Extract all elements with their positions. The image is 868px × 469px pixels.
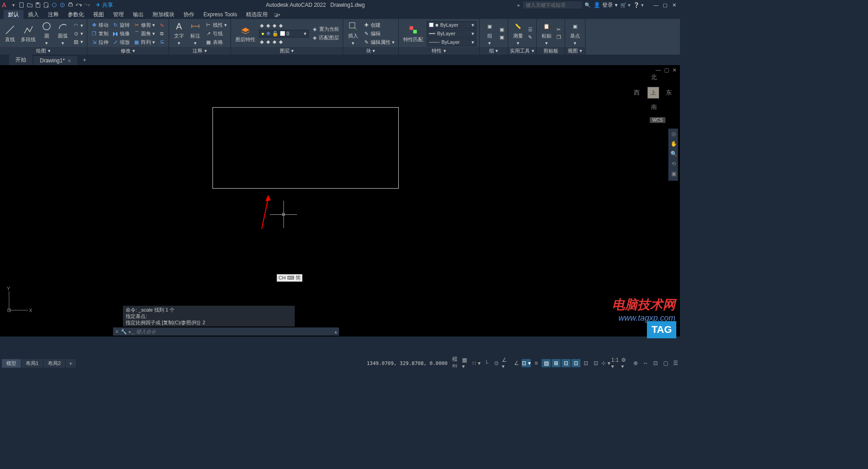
login-button[interactable]: 👤 登录 ▾ [594,1,618,9]
annotation-monitor-button[interactable]: ⊕ [631,359,640,367]
selection-cycling-button[interactable]: ⊞ [552,359,561,367]
units-button[interactable]: ↔ [641,359,650,367]
rotate-button[interactable]: ↻旋转 [111,21,131,29]
nav-showmotion-icon[interactable]: ▣ [670,171,678,179]
hardware-accel-button[interactable]: ⊡ [651,359,660,367]
panel-annotation-label[interactable]: 注释 ▾ [169,47,231,55]
panel-view-label[interactable]: 视图 ▾ [565,47,585,55]
tab-featured[interactable]: 精选应用 [241,10,272,19]
viewcube-north[interactable]: 北 [651,73,657,81]
viewcube-east[interactable]: 东 [666,89,672,97]
panel-utilities-label[interactable]: 实用工具 ▾ [508,47,536,55]
circle-button[interactable]: 圆▾ [39,20,54,47]
ortho-button[interactable]: └ [482,359,491,367]
saveas-icon[interactable] [42,1,50,9]
tab-addins[interactable]: 附加模块 [148,10,179,19]
transparency-button[interactable]: ▤ [542,359,551,367]
lineweight-button[interactable]: ≡ [532,359,541,367]
quick-props-button[interactable]: ⊡ [581,359,590,367]
layer-tool8[interactable]: ◆ [278,38,283,45]
array-button[interactable]: ▦阵列 ▾ [132,38,156,46]
panel-properties-label[interactable]: 特性 ▾ [399,47,479,55]
grid-button[interactable]: ▦ ▾ [462,359,471,367]
new-icon[interactable] [18,1,25,9]
line-button[interactable]: 直线 [3,24,17,44]
customize-button[interactable]: ☰ [671,359,680,367]
nav-wheel-icon[interactable]: ◎ [670,131,678,139]
layout2-tab[interactable]: 布局2 [43,359,66,368]
tab-collaborate[interactable]: 协作 [179,10,199,19]
stretch-button[interactable]: ⇲拉伸 [90,38,109,46]
text-button[interactable]: A文字▾ [172,20,186,47]
mirror-button[interactable]: ◗◖镜像 [111,30,131,38]
viewport-maximize-button[interactable]: ▢ [663,67,670,73]
matchlayer-button[interactable]: ◈匹配图层 [311,34,340,42]
drawing-area[interactable]: — ▢ ✕ 北 南 东 西 上 WCS ◎ ✋ 🔍 ⟲ ▣ CH ⌨ 简 Y X… [0,65,680,336]
group-button[interactable]: ▣组▾ [482,20,497,47]
command-line[interactable]: ✕ 🔧 ▸_ ▴ [113,327,339,336]
cmd-close-icon[interactable]: ✕ [115,329,119,335]
viewcube-west[interactable]: 西 [634,89,640,97]
draw-misc2-button[interactable]: ⊙▾ [72,30,84,37]
util-tool2[interactable]: ✎ [527,34,533,41]
add-layout-button[interactable]: ＋ [66,359,76,368]
model-tab[interactable]: 模型 [2,359,21,368]
help-icon[interactable]: ❔ ▾ [633,2,644,8]
annotation-scale-button[interactable]: 1:1 ▾ [611,359,620,367]
arc-button[interactable]: 圆弧▾ [56,20,70,47]
selection-filter-button[interactable]: ⊡ [591,359,600,367]
create-block-button[interactable]: ✚创建 [362,21,396,29]
layer-tool1[interactable]: ◆ [259,22,264,29]
layer-properties-button[interactable]: 图层特性 [234,24,257,44]
clean-screen-button[interactable]: ▢ [661,359,670,367]
close-button[interactable]: ✕ [670,2,678,8]
tab-default[interactable]: 默认 [4,10,24,19]
redo-icon[interactable]: ↷▾ [83,1,90,9]
search-icon[interactable]: 🔍 [585,2,591,8]
minimize-button[interactable]: — [652,2,660,8]
nav-pan-icon[interactable]: ✋ [670,141,678,149]
undo-icon[interactable]: ↶▾ [75,1,82,9]
model-space-button[interactable]: 模型 [452,359,461,367]
3dosnap-button[interactable]: ⊡ [561,359,571,367]
ribbon-collapse-icon[interactable]: ◪▾ [274,12,280,17]
isodraft-button[interactable]: ∠ ▾ [502,359,511,367]
add-tab-button[interactable]: ＋ [78,55,91,65]
qat-menu-icon[interactable]: ▾ [10,1,17,9]
layout1-tab[interactable]: 布局1 [21,359,43,368]
panel-modify-label[interactable]: 修改 ▾ [87,47,169,55]
viewport-close-button[interactable]: ✕ [671,67,678,73]
insert-block-button[interactable]: 插入▾ [346,20,360,47]
cut-button[interactable]: ✂ [556,26,562,33]
layer-tool6[interactable]: ◆ [265,38,271,45]
color-dropdown[interactable]: ■ByLayer▾ [427,21,476,29]
nav-orbit-icon[interactable]: ⟲ [670,161,678,169]
workspace-button[interactable]: ⚙ ▾ [621,359,630,367]
util-tool1[interactable]: ☰ [527,26,533,33]
paste-button[interactable]: 📋粘贴▾ [539,20,554,47]
polar-button[interactable]: ⊙ [492,359,501,367]
drawing-tab[interactable]: Drawing1*✕ [33,56,77,65]
nav-zoom-icon[interactable]: 🔍 [670,151,678,159]
search-input[interactable] [523,1,582,9]
layer-tool2[interactable]: ◆ [265,22,271,29]
measure-button[interactable]: 📏测量▾ [511,20,525,47]
tab-express[interactable]: Express Tools [199,10,241,19]
tab-annotate[interactable]: 注释 [43,10,63,19]
viewport-minimize-button[interactable]: — [655,67,662,73]
editattr-button[interactable]: ✎编辑属性 ▾ [362,38,396,46]
plot-icon[interactable] [67,1,74,9]
panel-group-label[interactable]: 组 ▾ [480,47,508,55]
osnap-button[interactable]: ⊡ ▾ [522,359,531,367]
cmd-up-icon[interactable]: ▴ [335,329,337,335]
polyline-button[interactable]: 多段线 [19,24,38,44]
viewcube-top[interactable]: 上 [647,87,659,99]
maximize-button[interactable]: ▢ [661,2,669,8]
panel-draw-label[interactable]: 绘图 ▾ [0,47,87,55]
draw-misc1-button[interactable]: ◠▾ [72,22,84,29]
dimension-button[interactable]: 标注▾ [188,20,203,47]
modify-misc2-button[interactable]: ⧉ [158,30,166,37]
copy-clip-button[interactable]: ❐ [556,34,562,41]
layer-tool5[interactable]: ◆ [259,38,264,45]
linear-button[interactable]: ⊢线性 ▾ [204,21,228,29]
